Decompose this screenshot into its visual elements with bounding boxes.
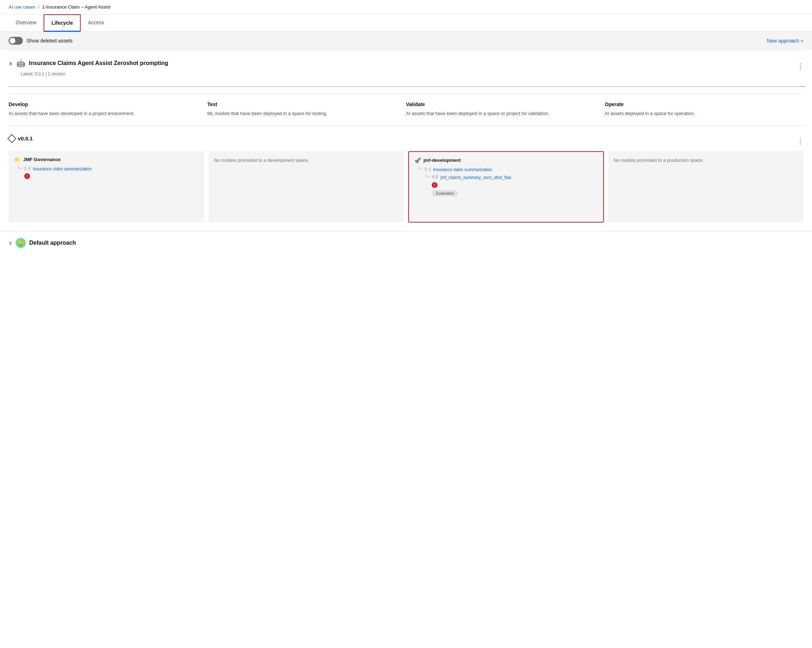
version-card-operate: No models promoted to a production space… bbox=[608, 151, 804, 223]
version-card-develop-header: 📁 JMF Governance bbox=[14, 157, 198, 162]
version-section: v0.0.1 ⋮ 📁 JMF Governance └─ [·:·] Insur… bbox=[9, 126, 803, 223]
version-card-test: No models promoted to a development spac… bbox=[209, 151, 404, 223]
lifecycle-col-test: Test ML models that have been deployed i… bbox=[208, 101, 406, 124]
version-card-validate-header: 🚀 jmf-development bbox=[415, 157, 597, 163]
lifecycle-col-operate: Operate AI assets deployed in a space fo… bbox=[605, 101, 804, 124]
approach-emoji-icon: 🤖 bbox=[17, 59, 25, 67]
tab-overview[interactable]: Overview bbox=[9, 15, 44, 31]
tree-item-insurance-claim: └─ [·:·] Insurance claim summarization ! bbox=[14, 166, 198, 179]
sub-tree: └─ ((·)) jmf_claims_summary_zero_shot_fl… bbox=[417, 175, 597, 196]
lifecycle-line bbox=[9, 86, 803, 87]
version-cards: 📁 JMF Governance └─ [·:·] Insurance clai… bbox=[9, 151, 803, 223]
show-deleted-toggle[interactable] bbox=[9, 37, 23, 45]
version-card-validate: 🚀 jmf-development └─ [·:·] Insurance cla… bbox=[408, 151, 604, 223]
error-badge-2: ! bbox=[432, 182, 437, 188]
diamond-icon bbox=[7, 134, 16, 143]
lifecycle-col-test-title: Test bbox=[208, 101, 401, 107]
tree-item-validate: └─ [·:·] Insurance claim summarization └… bbox=[415, 167, 597, 197]
new-approach-button[interactable]: New approach + bbox=[767, 38, 803, 44]
breadcrumb-link[interactable]: AI use cases bbox=[9, 4, 35, 10]
approach-title: Insurance Claims Agent Assist Zeroshot p… bbox=[29, 60, 168, 66]
approach-subtitle: Latest: 0.0.1 | 1 version bbox=[9, 72, 803, 76]
breadcrumb-current: 1-Insurance Claim – Agent Assist bbox=[42, 4, 110, 10]
rocket-icon: 🚀 bbox=[415, 157, 421, 163]
operate-card-empty-text: No models promoted to a production space… bbox=[614, 157, 798, 164]
tree-connector-2: └─ bbox=[417, 167, 423, 171]
lifecycle-col-validate-title: Validate bbox=[406, 101, 599, 107]
version-card-develop: 📁 JMF Governance └─ [·:·] Insurance clai… bbox=[9, 151, 204, 223]
toggle-row: Show deleted assets bbox=[9, 37, 72, 45]
collapse-approach-button[interactable]: ∧ bbox=[9, 60, 13, 67]
tab-access[interactable]: Access bbox=[81, 15, 111, 31]
version-label: v0.0.1 bbox=[9, 135, 33, 142]
tab-bar: Overview Lifecycle Access bbox=[0, 14, 812, 32]
approach-header: ∧ 🤖 Insurance Claims Agent Assist Zerosh… bbox=[9, 50, 803, 72]
lifecycle-col-develop: Develop AI assets that have been develop… bbox=[9, 101, 208, 124]
tree-connector: └─ bbox=[17, 166, 23, 170]
lifecycle-col-test-desc: ML models that have been deployed in a s… bbox=[208, 110, 401, 117]
lifecycle-col-operate-title: Operate bbox=[605, 101, 798, 107]
toolbar: Show deleted assets New approach + bbox=[0, 32, 812, 50]
ai-node-icon: [·:·] bbox=[25, 166, 31, 170]
insurance-claim-link-1[interactable]: Insurance claim summarization bbox=[33, 166, 92, 172]
tab-lifecycle[interactable]: Lifecycle bbox=[44, 14, 81, 32]
default-approach-section: ∨ 🏆 Default approach bbox=[0, 231, 812, 248]
wave-icon: ((·)) bbox=[432, 175, 438, 179]
jmf-claims-link[interactable]: jmf_claims_summary_zero_shot_flan bbox=[441, 175, 511, 181]
lifecycle-col-validate-desc: AI assets that have been deployed in a s… bbox=[406, 110, 599, 117]
collapse-default-approach-button[interactable]: ∨ bbox=[9, 240, 12, 246]
version-header: v0.0.1 ⋮ bbox=[9, 132, 803, 145]
default-approach-title: Default approach bbox=[29, 240, 76, 246]
lifecycle-col-validate: Validate AI assets that have been deploy… bbox=[406, 101, 605, 124]
lifecycle-columns: Develop AI assets that have been develop… bbox=[9, 94, 803, 124]
tree-connector-3: └─ bbox=[424, 175, 430, 179]
breadcrumb-separator: / bbox=[38, 4, 39, 10]
trophy-icon: 🏆 bbox=[16, 238, 26, 248]
lifecycle-col-operate-desc: AI assets deployed in a space for operat… bbox=[605, 110, 798, 117]
default-approach-header: ∨ 🏆 Default approach bbox=[9, 238, 803, 248]
breadcrumb: AI use cases / 1-Insurance Claim – Agent… bbox=[0, 0, 812, 14]
version-menu-button[interactable]: ⋮ bbox=[797, 138, 803, 145]
error-badge-1: ! bbox=[24, 173, 30, 179]
lifecycle-col-develop-title: Develop bbox=[9, 101, 202, 107]
approach-header-left: ∧ 🤖 Insurance Claims Agent Assist Zerosh… bbox=[9, 59, 168, 67]
folder-icon: 📁 bbox=[14, 157, 20, 162]
evaluated-badge: Evaluated bbox=[432, 190, 458, 196]
lifecycle-col-develop-desc: AI assets that have been developed in a … bbox=[9, 110, 202, 117]
lifecycle-arrow-row bbox=[9, 81, 803, 94]
toggle-label: Show deleted assets bbox=[26, 38, 72, 44]
test-card-empty-text: No models promoted to a development spac… bbox=[214, 157, 398, 164]
approach-section: ∧ 🤖 Insurance Claims Agent Assist Zerosh… bbox=[0, 50, 812, 231]
approach-menu-button[interactable]: ⋮ bbox=[797, 62, 803, 70]
insurance-claim-link-2[interactable]: Insurance claim summarization bbox=[433, 167, 492, 173]
ai-node-icon-2: [·:·] bbox=[425, 167, 430, 171]
